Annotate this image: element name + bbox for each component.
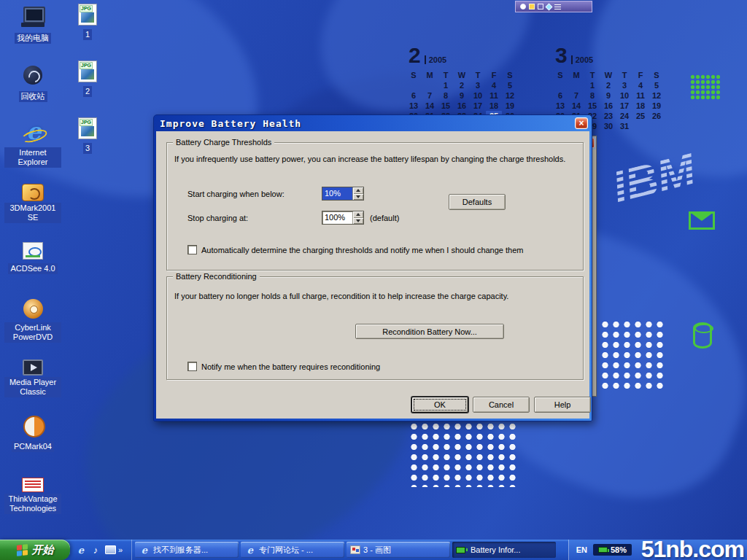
battery-reconditioning-group: Battery Reconditioning If your battery n…: [166, 276, 584, 380]
file-type-badge: JPG: [80, 119, 93, 126]
desktop-file-column: JPG1JPG2JPG3: [66, 0, 114, 543]
start-charging-label: Start charging when below:: [187, 190, 285, 198]
notify-reconditioning-checkbox[interactable]: [187, 362, 197, 371]
spin-up-button[interactable]: [353, 187, 363, 194]
desktop-icon-label: 回收站: [19, 91, 47, 102]
calendar-date: 30: [600, 121, 616, 131]
desktop-icon-label: 我的电脑: [15, 33, 51, 44]
desktop-icon-ie[interactable]: Internet Explorer: [1, 122, 64, 168]
media-player-icon[interactable]: ♪: [89, 542, 102, 557]
close-icon: ×: [578, 119, 584, 128]
spin-down-button[interactable]: [353, 194, 363, 201]
battery-tray-chip[interactable]: 58%: [593, 544, 632, 556]
spin-down-button[interactable]: [353, 218, 363, 225]
file-type-badge: JPG: [80, 62, 93, 69]
desktop-icon-label: Internet Explorer: [4, 147, 61, 168]
dialog-titlebar[interactable]: Improve Battery Health ×: [154, 115, 592, 131]
calendar-month-header: 22005: [409, 41, 524, 66]
desktop-icon-powerdvd[interactable]: CyberLink PowerDVD: [1, 298, 64, 343]
calendar-week: 6789101112: [552, 88, 670, 98]
desktop-icon-recycle[interactable]: 回收站: [1, 64, 64, 102]
spinner-arrows: [352, 211, 363, 224]
task-label: 专门网论坛 - ...: [259, 545, 313, 556]
calendar-week: 12345: [552, 78, 670, 88]
desktop-icon-computer[interactable]: 我的电脑: [1, 6, 64, 44]
desktop-icon-acdsee[interactable]: ACDSee 4.0: [1, 239, 64, 274]
calendar-month-header: 32005: [555, 41, 670, 66]
taskbar-task[interactable]: 3 - 画图: [347, 542, 450, 558]
cancel-button[interactable]: Cancel: [473, 397, 530, 413]
recondition-battery-button[interactable]: Recondition Battery Now...: [355, 324, 504, 339]
phone-icon[interactable]: [520, 4, 526, 9]
jpg-file-icon: JPG: [78, 61, 97, 82]
group-legend: Battery Charge Thresholds: [173, 138, 274, 147]
notify-reconditioning-label: Notify me when the battery requires reco…: [201, 362, 380, 371]
notify-reconditioning-checkbox-row: Notify me when the battery requires reco…: [187, 362, 380, 371]
auto-determine-label: Automatically determine the charging thr…: [201, 245, 523, 254]
spin-up-button[interactable]: [353, 211, 363, 218]
watermark: 51nb.com: [641, 536, 744, 560]
pen-icon[interactable]: [538, 4, 543, 9]
reconditioning-description: If your battery no longer holds a full c…: [174, 292, 577, 300]
jpg-file-icon: JPG: [78, 117, 97, 139]
desktop: IBM 22005SMTWTFS123456789101112131415161…: [0, 0, 747, 560]
start-threshold-spinbox[interactable]: 10%: [322, 187, 364, 201]
stop-charging-label: Stop charging at:: [187, 214, 248, 222]
default-note: (default): [370, 214, 399, 222]
calendar-month-number: 3: [555, 45, 568, 66]
mini-toolbar[interactable]: [515, 1, 592, 12]
desktop-icon-label: 1: [83, 29, 92, 40]
desktop-icon-label: 3: [83, 143, 92, 154]
ie-icon[interactable]: e: [74, 542, 88, 557]
pcmark-icon: [20, 414, 46, 438]
desktop-icon-mpc[interactable]: Media Player Classic: [1, 356, 64, 397]
quicklaunch-overflow-chevron[interactable]: »: [118, 545, 127, 554]
mouse-icon[interactable]: [529, 4, 535, 9]
taskbar-task[interactable]: 专门网论坛 - ...: [241, 542, 344, 558]
paint-icon: [350, 545, 360, 554]
quick-launch: e♪»: [70, 540, 132, 560]
calendar-day-headers: SMTWTFS: [406, 68, 524, 78]
calendar-week: 13141516171819: [552, 98, 670, 109]
desktop-icon-label: 2: [83, 86, 92, 97]
desktop-icon-3dmark[interactable]: 3DMark2001 SE: [1, 181, 64, 223]
desktop-icon-label: ACDSee 4.0: [8, 263, 57, 274]
ie-icon: [244, 544, 256, 556]
close-button[interactable]: ×: [575, 117, 588, 129]
calendar-year: 2005: [425, 55, 446, 64]
task-label: 3 - 画图: [363, 545, 391, 556]
card-icon[interactable]: [546, 3, 553, 10]
desktop-icon-label: Media Player Classic: [4, 377, 61, 397]
desktop-icon-thinkvantage[interactable]: ThinkVantage Technologies: [1, 472, 64, 514]
taskbar-task[interactable]: Battery Infor...: [452, 542, 556, 558]
desktop-file-3[interactable]: JPG3: [66, 117, 109, 154]
stop-threshold-value: 100%: [322, 211, 352, 224]
calendar-date: 31: [616, 121, 632, 131]
start-button[interactable]: 开始: [0, 540, 70, 560]
calendar-month-number: 2: [409, 45, 421, 66]
start-threshold-value: 10%: [322, 187, 352, 200]
language-indicator[interactable]: EN: [576, 545, 587, 554]
ok-button[interactable]: OK: [411, 397, 468, 413]
dialog-body: Battery Charge Thresholds If you infrequ…: [156, 131, 589, 419]
desktop-icon-label: ThinkVantage Technologies: [4, 494, 61, 514]
menu-icon[interactable]: [554, 4, 561, 9]
calendar-week: 12345: [406, 78, 524, 88]
desktop-icon-label: PCMark04: [12, 441, 54, 452]
desktop-file-1[interactable]: JPG1: [66, 4, 109, 40]
start-label: 开始: [32, 543, 54, 557]
improve-battery-health-dialog: Improve Battery Health × Battery Charge …: [153, 114, 592, 421]
show-desktop-icon[interactable]: [104, 542, 117, 557]
help-button[interactable]: Help: [534, 397, 591, 413]
defaults-button[interactable]: Defaults: [449, 194, 506, 210]
auto-determine-checkbox[interactable]: [187, 245, 197, 254]
task-label: Battery Infor...: [471, 545, 520, 554]
taskbar-task[interactable]: 找不到服务器...: [135, 542, 239, 558]
file-type-badge: JPG: [80, 5, 93, 12]
desktop-icon-pcmark[interactable]: PCMark04: [1, 414, 64, 452]
stop-threshold-spinbox[interactable]: 100%: [322, 211, 364, 225]
desktop-icon-label: 3DMark2001 SE: [4, 203, 61, 223]
battery-percent: 58%: [611, 545, 627, 554]
thresholds-description: If you infrequently use battery power, y…: [174, 155, 577, 163]
desktop-file-2[interactable]: JPG2: [66, 61, 109, 97]
